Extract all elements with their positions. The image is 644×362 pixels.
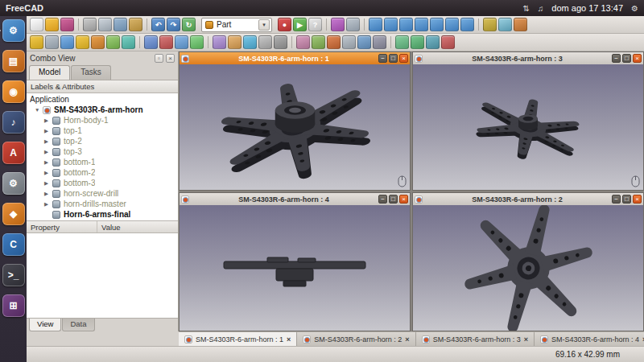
tab-close-icon[interactable]: × <box>524 335 528 343</box>
part-torus-icon[interactable] <box>91 35 105 49</box>
measure-clear-icon[interactable] <box>441 35 455 49</box>
shape-builder-icon[interactable] <box>122 35 135 49</box>
mdi-tab-2[interactable]: SM-S4303R-6-arm-horn : 2 × <box>297 332 415 346</box>
chamfer-icon[interactable] <box>274 35 287 49</box>
macro-play-icon[interactable]: ▶ <box>293 18 307 31</box>
launcher-workspace-switcher-icon[interactable]: ⊞ <box>2 294 25 317</box>
dock-float-icon[interactable]: ▫ <box>155 54 163 63</box>
undo-icon[interactable]: ↶ <box>151 18 165 31</box>
save-document-icon[interactable] <box>60 18 74 31</box>
boolean-operation-icon[interactable] <box>144 35 158 49</box>
workbench-selector[interactable]: Part ▾ <box>201 18 272 32</box>
tree-root-application[interactable]: Application <box>27 94 178 105</box>
window-titlebar-1[interactable]: SM-S4303R-6-arm-horn : 1 − □ × <box>180 52 410 64</box>
print-icon[interactable] <box>83 18 97 31</box>
tree-item-bottom-3[interactable]: ▶bottom-3 <box>27 178 178 188</box>
sweep-icon[interactable] <box>312 35 325 49</box>
launcher-c-app-icon[interactable]: C <box>2 233 25 256</box>
fit-all-icon[interactable] <box>331 18 345 31</box>
window-minimize-icon[interactable]: − <box>378 195 387 204</box>
window-close-icon[interactable]: × <box>633 54 642 63</box>
tree-item-horn-body-1[interactable]: ▶Horn-body-1 <box>27 115 178 125</box>
refresh-icon[interactable]: ↻ <box>182 18 196 31</box>
mdi-tab-3[interactable]: SM-S4303R-6-arm-horn : 3 × <box>416 332 535 346</box>
window-minimize-icon[interactable]: − <box>378 54 387 63</box>
tree-item-horn-6-arms-final[interactable]: Horn-6-arms-final <box>27 209 178 220</box>
scene-inspector-icon[interactable] <box>498 18 512 31</box>
launcher-freecad-icon[interactable]: ⚙ <box>2 19 25 42</box>
redo-icon[interactable]: ↷ <box>167 18 180 31</box>
tab-close-icon[interactable]: × <box>405 335 409 343</box>
sound-indicator-icon[interactable]: ♫ <box>538 4 544 13</box>
window-close-icon[interactable]: × <box>399 195 408 204</box>
tree-collapsed-icon[interactable]: ▶ <box>44 180 52 187</box>
mdi-tab-1[interactable]: SM-S4303R-6-arm-horn : 1 × <box>179 332 297 346</box>
mirror-icon[interactable] <box>243 35 257 49</box>
tree-collapsed-icon[interactable]: ▶ <box>44 149 52 155</box>
tree-collapsed-icon[interactable]: ▶ <box>44 191 52 197</box>
network-indicator-icon[interactable]: ⇅ <box>522 4 529 13</box>
tree-item-top-3[interactable]: ▶top-3 <box>27 146 178 157</box>
window-close-icon[interactable]: × <box>399 54 408 63</box>
window-maximize-icon[interactable]: □ <box>389 54 398 63</box>
session-indicator-icon[interactable]: ⚙ <box>631 4 638 13</box>
part-cylinder-icon[interactable] <box>45 35 59 49</box>
launcher-software-center-icon[interactable]: ◆ <box>2 203 25 225</box>
tree-item-top-1[interactable]: ▶top-1 <box>27 125 178 136</box>
texture-mapping-icon[interactable] <box>514 18 527 31</box>
measure-angular-icon[interactable] <box>426 35 440 49</box>
part-cone-icon[interactable] <box>76 35 89 49</box>
boolean-intersection-icon[interactable] <box>190 35 204 49</box>
part-primitives-icon[interactable] <box>106 35 120 49</box>
dock-close-icon[interactable]: × <box>166 54 175 63</box>
tab-tasks[interactable]: Tasks <box>71 65 111 80</box>
launcher-media-player-icon[interactable]: ♪ <box>2 111 25 134</box>
tab-view[interactable]: View <box>29 319 61 331</box>
whats-this-icon[interactable]: ? <box>308 18 322 31</box>
window-minimize-icon[interactable]: − <box>612 54 621 63</box>
copy-icon[interactable] <box>114 18 127 31</box>
paste-icon[interactable] <box>129 18 142 31</box>
view-rear-icon[interactable] <box>430 18 444 31</box>
window-maximize-icon[interactable]: □ <box>622 195 631 204</box>
cross-sections-icon[interactable] <box>342 35 356 49</box>
draw-style-icon[interactable] <box>346 18 360 31</box>
tree-item-horn-screw-drill[interactable]: ▶horn-screw-drill <box>27 188 178 199</box>
tree-collapsed-icon[interactable]: ▶ <box>44 159 52 166</box>
tree-collapsed-icon[interactable]: ▶ <box>44 201 52 208</box>
cut-icon[interactable] <box>98 18 112 31</box>
viewport-3d-2[interactable] <box>413 205 643 331</box>
tree-expanded-icon[interactable]: ▼ <box>35 107 43 113</box>
viewport-3d-1[interactable] <box>180 64 410 190</box>
macro-record-icon[interactable]: ● <box>278 18 291 31</box>
tree-collapsed-icon[interactable]: ▶ <box>44 138 52 145</box>
tree-document-row[interactable]: ▼ SM-S4303R-6-arm-horn <box>27 105 178 115</box>
clock[interactable]: dom ago 17 13:47 <box>551 3 623 13</box>
chevron-down-icon[interactable]: ▾ <box>258 19 270 31</box>
view-left-icon[interactable] <box>460 18 474 31</box>
open-document-icon[interactable] <box>45 18 59 31</box>
boolean-union-icon[interactable] <box>175 35 188 49</box>
tree-item-bottom-1[interactable]: ▶bottom-1 <box>27 157 178 167</box>
view-bottom-icon[interactable] <box>445 18 459 31</box>
tree-collapsed-icon[interactable]: ▶ <box>44 128 52 134</box>
property-table-body[interactable] <box>27 233 178 318</box>
view-isometric-icon[interactable] <box>369 18 382 31</box>
tab-close-icon[interactable]: × <box>287 335 291 343</box>
viewport-3d-3[interactable] <box>413 64 643 190</box>
part-box-icon[interactable] <box>30 35 43 49</box>
measure-linear-icon[interactable] <box>411 35 424 49</box>
tree-item-horn-drills-master[interactable]: ▶horn-drills-master <box>27 199 178 209</box>
window-close-icon[interactable]: × <box>633 195 642 204</box>
dock-titlebar[interactable]: Combo View ▫ × <box>27 51 178 65</box>
tab-data[interactable]: Data <box>62 319 94 331</box>
viewport-3d-4[interactable] <box>180 205 410 331</box>
boolean-cut-icon[interactable] <box>159 35 173 49</box>
tree-item-top-2[interactable]: ▶top-2 <box>27 136 178 146</box>
thickness-icon[interactable] <box>373 35 386 49</box>
section-icon[interactable] <box>327 35 341 49</box>
fillet-icon[interactable] <box>258 35 272 49</box>
new-document-icon[interactable] <box>30 18 43 31</box>
check-geometry-icon[interactable] <box>395 35 409 49</box>
measure-distance-icon[interactable] <box>483 18 497 31</box>
